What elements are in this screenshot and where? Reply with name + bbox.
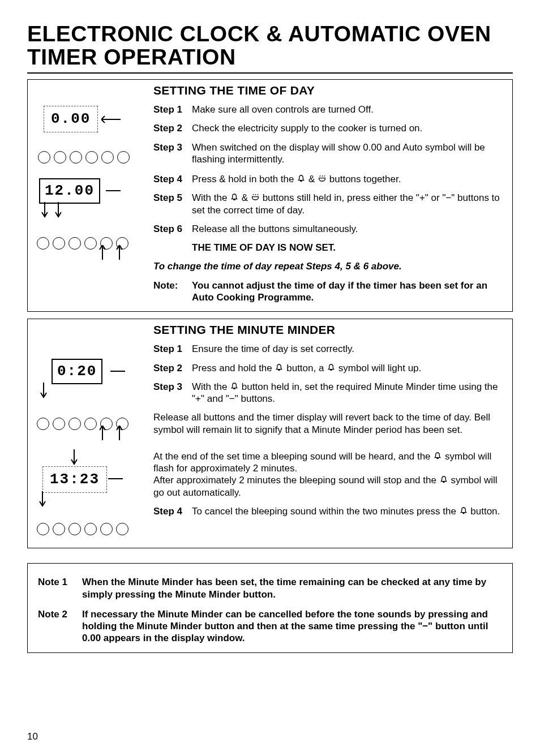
bell-icon <box>275 363 284 372</box>
section-heading-tod: SETTING THE TIME OF DAY <box>153 83 505 98</box>
arrow-icon <box>97 426 131 443</box>
step-text: With the button held in, set the require… <box>192 381 505 405</box>
step-label: Step 3 <box>153 141 192 153</box>
arrow-icon <box>68 449 80 466</box>
timer-button-icon <box>100 523 113 535</box>
arrow-icon <box>38 383 49 400</box>
timer-button-icon <box>116 523 128 535</box>
end-paragraph: At the end of the set time a bleeping so… <box>153 450 505 499</box>
text-fragment: buttons together. <box>329 174 401 184</box>
arrow-icon <box>110 366 127 377</box>
timer-button-icon <box>38 151 50 164</box>
display-value: 13:23 <box>45 468 104 491</box>
step-text: Make sure all oven controls are turned O… <box>192 104 505 115</box>
note-text: If necessary the Minute Minder can be ca… <box>82 608 502 645</box>
timer-button-icon <box>37 523 49 535</box>
timer-button-icon <box>68 237 81 250</box>
step-label: Step 4 <box>153 173 192 185</box>
display-value: 12.00 <box>39 178 100 204</box>
setting-time-of-day-panel: SETTING THE TIME OF DAY 0.00 <box>27 79 513 312</box>
mm-diagram-1: 0:20 <box>35 359 142 444</box>
timer-button-icon <box>68 523 81 535</box>
page-title: ELECTRONIC CLOCK & AUTOMATIC OVEN TIMER … <box>27 23 513 74</box>
bell-icon <box>327 363 336 372</box>
mm-diagram-2: 13:23 <box>35 449 142 534</box>
step-text: Release all the buttons simultaneously. <box>192 223 505 235</box>
release-paragraph: Release all buttons and the timer displa… <box>153 411 505 436</box>
timer-button-icon <box>53 523 65 535</box>
display-value: 0:20 <box>52 359 102 384</box>
text-fragment: At the end of the set time a bleeping so… <box>153 451 433 462</box>
note-label: Note 1 <box>38 576 82 600</box>
timer-button-icon <box>84 418 97 430</box>
step-text: Press & hold in both the & buttons toget… <box>192 173 505 185</box>
timer-button-icon <box>84 237 97 250</box>
timer-button-icon <box>54 151 66 164</box>
text-fragment: To cancel the bleeping sound within the … <box>192 506 459 517</box>
note-label: Note 2 <box>38 608 82 645</box>
text-fragment: With the <box>192 192 227 203</box>
timer-button-icon <box>53 237 65 250</box>
text-fragment: symbol will light up. <box>338 363 421 373</box>
step-label: Step 2 <box>153 362 192 374</box>
step-text: With the & buttons still held in, press … <box>192 192 505 216</box>
section-heading-mm: SETTING THE MINUTE MINDER <box>153 323 505 337</box>
arrow-icon <box>37 491 48 508</box>
step-text: To cancel the bleeping sound within the … <box>192 505 505 517</box>
step-text: Ensure the time of day is set correctly. <box>192 343 505 355</box>
bell-icon <box>230 382 239 391</box>
notes-panel: Note 1 When the Minute Minder has been s… <box>27 563 513 652</box>
tod-diagram-1: 0.00 <box>35 104 142 171</box>
timer-button-icon <box>37 237 49 250</box>
text-fragment: Press & hold in both the <box>192 174 294 184</box>
bell-icon <box>459 506 468 516</box>
tod-diagram-2: 12.00 <box>35 177 142 262</box>
text-fragment: & <box>308 174 318 184</box>
text-fragment: & <box>242 192 248 203</box>
display-value: 0.00 <box>46 108 95 131</box>
text-fragment: After approximately 2 minutes the bleepi… <box>153 475 439 486</box>
note-text: When the Minute Minder has been set, the… <box>82 576 502 600</box>
timer-button-icon <box>85 151 98 164</box>
arrow-icon <box>108 473 125 484</box>
step-label: Step 1 <box>153 104 192 115</box>
bell-icon <box>297 174 306 183</box>
step-label: Step 6 <box>153 223 192 235</box>
pot-icon <box>251 193 260 202</box>
step-label: Step 5 <box>153 192 192 204</box>
bell-icon <box>230 193 239 202</box>
time-now-set: THE TIME OF DAY IS NOW SET. <box>192 242 505 254</box>
bell-icon <box>433 452 442 461</box>
timer-button-icon <box>70 151 82 164</box>
timer-button-icon <box>68 418 81 430</box>
timer-button-icon <box>117 151 130 164</box>
pot-icon <box>318 174 327 183</box>
note-text: You cannot adjust the time of day if the… <box>192 280 505 304</box>
text-fragment: With the <box>192 381 230 392</box>
step-text: Press and hold the button, a symbol will… <box>192 362 505 374</box>
text-fragment: button, a <box>286 363 324 373</box>
step-label: Step 2 <box>153 122 192 134</box>
setting-minute-minder-panel: SETTING THE MINUTE MINDER 0:20 <box>27 319 513 548</box>
note-label: Note: <box>153 280 192 304</box>
step-text: When switched on the display will show 0… <box>192 141 505 166</box>
page-number: 10 <box>27 731 38 742</box>
timer-button-icon <box>53 418 65 430</box>
timer-button-icon <box>84 523 97 535</box>
arrow-icon <box>39 202 73 219</box>
step-label: Step 4 <box>153 505 192 517</box>
step-label: Step 1 <box>153 343 192 355</box>
arrow-icon <box>106 185 123 196</box>
step-label: Step 3 <box>153 381 192 393</box>
arrow-icon <box>101 114 124 125</box>
timer-button-icon <box>101 151 114 164</box>
step-text: Check the electricity supply to the cook… <box>192 122 505 134</box>
repeat-note: To change the time of day repeat Steps 4… <box>153 260 505 272</box>
bell-icon <box>439 475 448 484</box>
text-fragment: button. <box>470 506 500 517</box>
arrow-icon <box>97 245 131 262</box>
text-fragment: Press and hold the <box>192 363 275 373</box>
timer-button-icon <box>37 418 49 430</box>
